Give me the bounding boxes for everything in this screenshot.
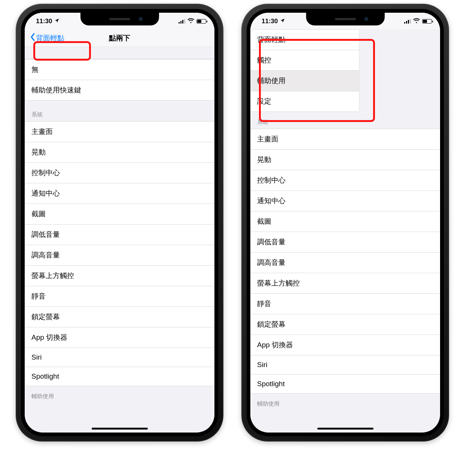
phone-frame-right: 11:30	[241, 4, 449, 442]
cellular-signal-icon	[404, 19, 411, 24]
front-camera	[364, 17, 368, 21]
wifi-icon	[413, 18, 420, 25]
list-item[interactable]: 鎖定螢幕	[25, 307, 214, 327]
location-arrow-icon	[54, 18, 59, 25]
list-item[interactable]: 截圖	[250, 211, 440, 232]
breadcrumb-panel: 背面輕點觸控輔助使用設定	[250, 29, 359, 112]
back-button[interactable]: 背面輕點	[28, 32, 66, 44]
list-item[interactable]: Spotlight	[250, 375, 440, 394]
list-item[interactable]: Siri	[25, 348, 214, 367]
list-item[interactable]: 螢幕上方觸控	[250, 273, 440, 294]
list-item[interactable]: 輔助使用快速鍵	[25, 80, 214, 101]
group1-cells: 無輔助使用快速鍵	[25, 59, 214, 101]
list-item[interactable]: 螢幕上方觸控	[25, 266, 214, 286]
back-label: 背面輕點	[36, 33, 64, 43]
settings-content: 背面輕點觸控輔助使用設定 系統 主畫面晃動控制中心通知中心截圖調低音量調高音量螢…	[250, 29, 440, 433]
notch	[80, 13, 159, 25]
options-group-system: 系統 主畫面晃動控制中心通知中心截圖調低音量調高音量螢幕上方觸控靜音鎖定螢幕Ap…	[25, 101, 214, 386]
nav-bar: 背面輕點 點兩下	[25, 29, 214, 47]
list-item[interactable]: 觸控	[250, 50, 359, 71]
list-item[interactable]: 靜音	[250, 294, 440, 314]
list-item[interactable]: Spotlight	[25, 367, 214, 386]
list-item[interactable]: Siri	[250, 355, 440, 375]
options-group-accessibility: 輔助使用	[25, 386, 214, 403]
status-time: 11:30	[36, 18, 52, 25]
group-header-accessibility: 輔助使用	[25, 386, 214, 403]
group-header-system: 系統	[250, 112, 440, 129]
options-group-system: 系統 主畫面晃動控制中心通知中心截圖調低音量調高音量螢幕上方觸控靜音鎖定螢幕Ap…	[250, 112, 440, 394]
list-item[interactable]: 控制中心	[25, 163, 214, 183]
group2-cells: 主畫面晃動控制中心通知中心截圖調低音量調高音量螢幕上方觸控靜音鎖定螢幕App 切…	[25, 121, 214, 386]
spacer	[25, 47, 214, 59]
phone-bezel: 11:30	[247, 9, 444, 436]
list-item[interactable]: 控制中心	[250, 170, 440, 191]
settings-content: 無輔助使用快速鍵 系統 主畫面晃動控制中心通知中心截圖調低音量調高音量螢幕上方觸…	[25, 47, 214, 433]
list-item[interactable]: 靜音	[25, 286, 214, 307]
front-camera	[139, 17, 143, 21]
group-header-accessibility: 輔助使用	[250, 394, 440, 410]
phone-screen: 11:30	[250, 13, 440, 433]
list-item[interactable]: 調低音量	[25, 224, 214, 245]
phone-frame-left: 11:30	[16, 4, 223, 442]
list-item[interactable]: 晃動	[250, 150, 440, 170]
list-item[interactable]: 主畫面	[25, 121, 214, 142]
list-item[interactable]: 調低音量	[250, 232, 440, 253]
home-indicator[interactable]	[92, 428, 148, 430]
list-item[interactable]: 截圖	[25, 204, 214, 224]
list-item[interactable]: 調高音量	[250, 253, 440, 273]
options-group-accessibility: 輔助使用	[250, 394, 440, 410]
options-group-none: 無輔助使用快速鍵	[25, 59, 214, 101]
list-item[interactable]: App 切換器	[250, 335, 440, 355]
list-item[interactable]: 晃動	[25, 142, 214, 163]
group2-cells: 主畫面晃動控制中心通知中心截圖調低音量調高音量螢幕上方觸控靜音鎖定螢幕App 切…	[250, 129, 440, 394]
battery-icon	[422, 19, 432, 24]
phone-screen: 11:30	[25, 13, 214, 433]
list-item[interactable]: 設定	[250, 91, 359, 112]
list-item[interactable]: 鎖定螢幕	[250, 314, 440, 335]
list-item[interactable]: 背面輕點	[250, 29, 359, 50]
cellular-signal-icon	[178, 19, 185, 24]
home-indicator[interactable]	[317, 428, 373, 430]
battery-icon	[196, 19, 206, 24]
location-arrow-icon	[280, 18, 285, 25]
phone-bezel: 11:30	[21, 9, 218, 436]
notch	[306, 13, 385, 25]
wifi-icon	[187, 18, 194, 25]
list-item[interactable]: 通知中心	[25, 183, 214, 204]
list-item[interactable]: 調高音量	[25, 245, 214, 266]
group-header-system: 系統	[25, 101, 214, 121]
speaker-grille	[109, 18, 130, 20]
list-item[interactable]: 主畫面	[250, 129, 440, 150]
list-item[interactable]: 通知中心	[250, 191, 440, 211]
status-time: 11:30	[262, 18, 278, 25]
speaker-grille	[335, 18, 356, 20]
list-item[interactable]: 無	[25, 59, 214, 80]
list-item[interactable]: 輔助使用	[250, 71, 359, 91]
list-item[interactable]: App 切換器	[25, 327, 214, 348]
chevron-left-icon	[30, 33, 35, 43]
